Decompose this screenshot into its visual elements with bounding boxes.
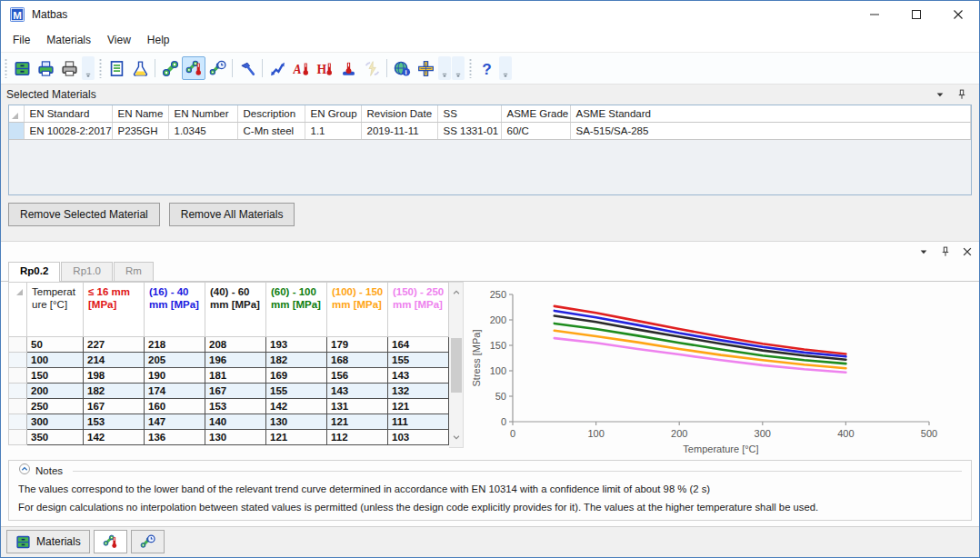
a-thermometer-icon[interactable]: A (289, 56, 313, 80)
grid-cell[interactable]: 130 (205, 430, 266, 445)
grid-cell[interactable]: 168 (327, 353, 388, 368)
grid-cell[interactable]: 1.1 (305, 123, 361, 140)
column-header[interactable]: Revision Date (361, 105, 437, 123)
toolbar-overflow-icon[interactable] (82, 56, 95, 80)
grid-cell[interactable]: 156 (327, 368, 388, 384)
grid-cell[interactable]: P235GH (112, 123, 168, 140)
toolbar-overflow-icon[interactable] (499, 56, 512, 80)
column-header[interactable]: SS (437, 105, 501, 123)
row-selector[interactable] (9, 430, 27, 445)
grid-cell[interactable]: SA-515/SA-285 (570, 123, 971, 140)
ruler-icon[interactable] (414, 56, 437, 80)
printer-icon[interactable] (57, 56, 81, 80)
column-header[interactable]: (16) - 40 mm [MPa] (145, 283, 205, 337)
tab-rp10[interactable]: Rp1.0 (61, 262, 113, 282)
grid-cell[interactable]: 227 (84, 337, 145, 353)
globe-info-icon[interactable]: i (390, 56, 414, 80)
bottom-tab-wrench-clock[interactable] (131, 530, 165, 553)
grid-cell[interactable]: 300 (27, 414, 84, 430)
grid-cell[interactable]: 150 (27, 368, 84, 384)
table-row[interactable]: 150198190181169156143 (9, 368, 449, 384)
column-header[interactable]: Temperature [°C] (27, 283, 84, 337)
row-selector[interactable] (9, 368, 27, 384)
table-row[interactable]: 300153147140130121111 (9, 414, 449, 430)
grid-cell[interactable]: 193 (266, 337, 327, 353)
grid-cell[interactable]: 142 (84, 430, 145, 445)
column-header[interactable]: (40) - 60 mm [MPa] (205, 283, 266, 337)
bottom-tab-materials[interactable]: Materials (6, 530, 90, 553)
grid-cell[interactable]: 174 (145, 384, 205, 399)
grid-cell[interactable]: 160 (145, 399, 205, 414)
notes-collapse-icon[interactable] (18, 463, 31, 479)
row-selector[interactable] (9, 337, 27, 353)
grid-cell[interactable]: 164 (388, 337, 449, 353)
column-header[interactable]: ASME Standard (570, 105, 971, 123)
close-button[interactable] (937, 1, 979, 28)
panel-pin-icon[interactable] (939, 245, 952, 258)
grid-cell[interactable]: 112 (327, 430, 388, 445)
column-header[interactable]: EN Group (305, 105, 361, 123)
wrench-thermometer-icon[interactable] (182, 56, 205, 80)
thermometer-icon[interactable] (336, 56, 360, 80)
grid-cell[interactable]: 143 (327, 384, 388, 399)
grid-cell[interactable]: 198 (84, 368, 145, 384)
grid-cell[interactable]: 131 (327, 399, 388, 414)
grid-cell[interactable]: 132 (388, 384, 449, 399)
grid-cell[interactable]: 147 (145, 414, 205, 430)
bottom-tab-wrench-thermometer[interactable] (94, 530, 127, 553)
row-selector[interactable] (9, 414, 27, 430)
grid-cell[interactable]: 250 (27, 399, 84, 414)
grid-cell[interactable]: 196 (205, 353, 266, 368)
grid-cell[interactable]: 100 (27, 353, 84, 368)
panel-pin-icon[interactable] (955, 88, 968, 101)
column-header[interactable]: (150) - 250 mm [MPa] (388, 283, 449, 337)
grid-cell[interactable]: 153 (84, 414, 145, 430)
grid-cell[interactable]: 214 (84, 353, 145, 368)
grid-cell[interactable]: 153 (205, 399, 266, 414)
grid-cell[interactable]: 143 (388, 368, 449, 384)
grid-cell[interactable]: 350 (27, 430, 84, 445)
menu-materials[interactable]: Materials (38, 30, 99, 50)
minimize-button[interactable] (854, 1, 895, 28)
grid-cell[interactable]: SS 1331-01 (437, 123, 501, 140)
scrollbar-thumb[interactable] (451, 338, 462, 393)
menu-help[interactable]: Help (139, 30, 178, 50)
grid-cell[interactable]: 111 (388, 414, 449, 430)
toolbar-overflow-icon[interactable] (438, 56, 451, 80)
grid-cell[interactable]: 121 (266, 430, 327, 445)
grid-cell[interactable]: 190 (145, 368, 205, 384)
grid-cell[interactable]: 136 (145, 430, 205, 445)
grid-cell[interactable]: 218 (145, 337, 205, 353)
grid-cell[interactable]: 200 (27, 384, 84, 399)
tab-rm[interactable]: Rm (114, 262, 154, 282)
table-row[interactable]: 50227218208193179164 (9, 337, 449, 353)
grid-cell[interactable]: 121 (388, 399, 449, 414)
wrench-icon[interactable] (158, 56, 182, 80)
grid-cell[interactable]: 1.0345 (168, 123, 237, 140)
grid-cell[interactable]: 182 (84, 384, 145, 399)
panel-splitter[interactable] (1, 234, 979, 241)
grid-cell[interactable]: 155 (388, 353, 449, 368)
scroll-up-icon[interactable] (452, 284, 461, 301)
grid-cell[interactable]: 130 (266, 414, 327, 430)
table-row[interactable]: 250167160153142131121 (9, 399, 449, 414)
column-header[interactable]: ≤ 16 mm [MPa] (84, 283, 145, 337)
grid-cell[interactable]: 169 (266, 368, 327, 384)
scroll-down-icon[interactable] (452, 429, 461, 445)
column-header[interactable]: Description (237, 105, 305, 123)
grid-cell[interactable]: 208 (205, 337, 266, 353)
panel-menu-chevron-down-icon[interactable] (934, 88, 946, 101)
maximize-button[interactable] (895, 1, 937, 28)
grid-cell[interactable]: 181 (205, 368, 266, 384)
grid-cell[interactable]: 103 (388, 430, 449, 445)
column-header[interactable]: ASME Grade (501, 105, 570, 123)
grid-cell[interactable]: 142 (266, 399, 327, 414)
row-selector[interactable] (9, 353, 27, 368)
flask-icon[interactable] (128, 56, 152, 80)
panel-menu-chevron-down-icon[interactable] (917, 245, 930, 258)
grid-cell[interactable]: 2019-11-11 (361, 123, 437, 140)
document-icon[interactable] (105, 56, 128, 80)
table-row[interactable]: 100214205196182168155 (9, 353, 449, 368)
column-header[interactable]: EN Standard (24, 105, 112, 123)
menu-file[interactable]: File (5, 30, 38, 50)
